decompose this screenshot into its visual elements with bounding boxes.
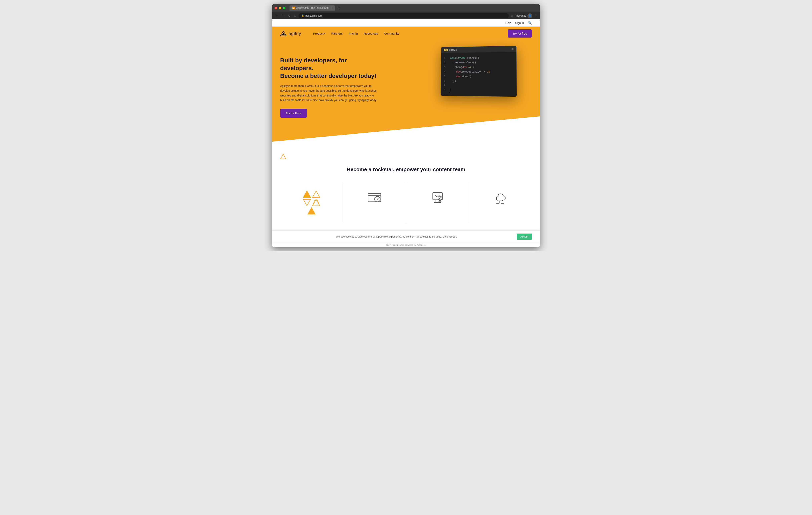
logo-triangle-icon (280, 30, 287, 37)
feature-card-content (406, 183, 469, 222)
logo-link[interactable]: agility (280, 30, 301, 37)
url-text: agilitycms.com (305, 14, 322, 17)
small-logo-accent (280, 154, 532, 160)
feature-card-performance (343, 183, 406, 222)
code-editor: JS agility.js 1 agilityCMS.getApi() 2 .e… (441, 46, 517, 97)
browser-addressbar: ← → ↻ ⌂ 🔒 agilitycms.com ☆ Incognito 👤 ⋮ (272, 12, 540, 19)
hero-title: Built by developers, for developers. Bec… (280, 56, 380, 80)
browser-tab[interactable]: ▲ Agility CMS - The Fastest CMS ✕ (290, 5, 335, 10)
agility-triangle-1 (303, 190, 311, 198)
bookmark-icon[interactable]: ☆ (511, 14, 513, 18)
agility-triangle-5 (308, 207, 316, 215)
browser-toolbar-right: ☆ Incognito 👤 ⋮ (511, 13, 538, 18)
feature-card-cloud (469, 183, 532, 222)
code-line-4: 4 dev.productivity *= 10 (444, 69, 513, 74)
ssl-lock-icon: 🔒 (301, 14, 304, 17)
back-button[interactable]: ← (274, 14, 279, 18)
address-bar[interactable]: 🔒 agilitycms.com (298, 13, 509, 18)
svg-marker-2 (281, 154, 286, 159)
forward-button[interactable]: → (281, 14, 285, 18)
incognito-label: Incognito (516, 14, 526, 17)
svg-marker-5 (303, 200, 311, 206)
nav-community[interactable]: Community (384, 32, 399, 35)
code-line-2: 2 .empowersDevs() (444, 60, 513, 65)
code-line-3: 3 .then(dev => { (444, 65, 513, 69)
svg-marker-8 (308, 208, 315, 214)
logo-text: agility (289, 31, 301, 36)
svg-rect-19 (496, 201, 499, 203)
js-badge: JS (444, 49, 447, 51)
accept-cookie-button[interactable]: Accept (517, 234, 532, 240)
accent-triangle-icon (280, 154, 286, 160)
editor-dot (512, 48, 514, 50)
incognito-avatar: 👤 (527, 13, 532, 18)
nav-pricing[interactable]: Pricing (349, 32, 358, 35)
nav-links: Product ▾ Partners Pricing Resources Com… (313, 32, 399, 35)
content-icon (430, 190, 445, 207)
help-link[interactable]: Help (505, 21, 511, 25)
tab-favicon: ▲ (292, 7, 295, 9)
browser-titlebar: ▲ Agility CMS - The Fastest CMS ✕ + (272, 4, 540, 12)
svg-marker-3 (303, 191, 311, 198)
nav-product[interactable]: Product ▾ (313, 32, 325, 35)
browser-menu-icon[interactable]: ⋮ (535, 14, 538, 18)
nav-try-free-button[interactable]: Try for free (508, 29, 532, 37)
cloud-icon (493, 190, 509, 207)
agility-triangle-2 (312, 190, 320, 198)
hero-cta-button[interactable]: Try for Free (280, 109, 307, 118)
code-line-5: 5 dev.done() (444, 74, 513, 79)
nav-resources[interactable]: Resources (364, 32, 378, 35)
new-tab-button[interactable]: + (338, 6, 340, 10)
editor-filename: agility.js (449, 48, 457, 51)
incognito-badge: Incognito 👤 (516, 13, 532, 18)
browser-window: ▲ Agility CMS - The Fastest CMS ✕ + ← → … (272, 4, 540, 247)
website-content: Help Sign In 🔍 agility Product ▾ Partner… (272, 19, 540, 247)
svg-point-18 (439, 200, 441, 201)
home-button[interactable]: ⌂ (293, 14, 296, 18)
hero-content: Built by developers, for developers. Bec… (280, 52, 380, 118)
editor-body: 1 agilityCMS.getApi() 2 .empowersDevs() … (441, 52, 517, 97)
performance-icon (367, 190, 382, 207)
svg-rect-20 (501, 201, 504, 203)
svg-marker-4 (313, 191, 320, 198)
nav-partners[interactable]: Partners (331, 32, 343, 35)
code-line-8: 8 (444, 88, 513, 93)
search-icon[interactable]: 🔍 (528, 21, 532, 25)
close-dot[interactable] (274, 7, 277, 9)
product-caret-icon: ▾ (324, 32, 325, 35)
signin-link[interactable]: Sign In (515, 21, 524, 25)
svg-point-14 (377, 199, 378, 200)
main-nav: agility Product ▾ Partners Pricing Resou… (272, 27, 540, 40)
feature-cards-grid (280, 183, 532, 222)
agility-triangle-3 (303, 199, 311, 206)
hero-description: Agility is more than a CMS, it is a head… (280, 84, 380, 103)
agility-logos-group (300, 190, 322, 215)
feature-card-1 (280, 183, 343, 222)
agility-triangle-4 (312, 199, 320, 206)
section-title: Become a rockstar, empower your content … (280, 166, 532, 173)
tab-close-button[interactable]: ✕ (331, 7, 332, 9)
reload-button[interactable]: ↻ (287, 14, 291, 18)
maximize-dot[interactable] (283, 7, 286, 9)
editor-titlebar: JS agility.js (441, 46, 517, 53)
minimize-dot[interactable] (279, 7, 281, 9)
below-hero-section: Become a rockstar, empower your content … (272, 142, 540, 231)
tab-title: Agility CMS - The Fastest CMS (296, 7, 329, 9)
code-line-7: 7 (444, 83, 513, 89)
gdpr-note: GDPR compliance powered by Autopilot. (272, 243, 540, 247)
code-line-1: 1 agilityCMS.getApi() (444, 55, 513, 61)
hero-section: Built by developers, for developers. Bec… (272, 40, 540, 142)
code-line-6: 6 }) (444, 79, 513, 84)
cookie-message: We use cookies to give you the best poss… (280, 235, 513, 238)
cookie-banner: We use cookies to give you the best poss… (272, 231, 540, 243)
utility-bar: Help Sign In 🔍 (272, 19, 540, 27)
svg-marker-7 (313, 200, 320, 206)
